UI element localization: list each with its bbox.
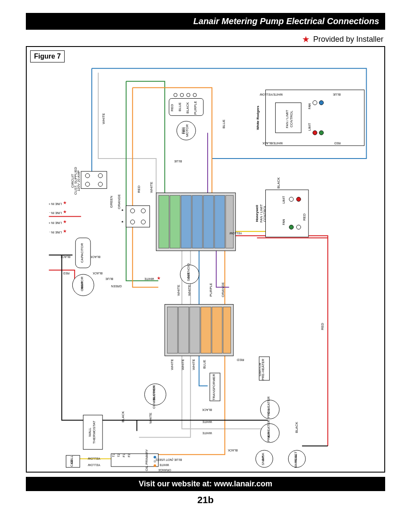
svg-text:OIL PRIMARY: OIL PRIMARY [145, 449, 149, 471]
svg-text:THERMOSTAT: THERMOSTAT [92, 420, 96, 444]
page-number: 21b [26, 495, 385, 506]
svg-point-4 [193, 93, 196, 97]
svg-text:YELLOW: YELLOW [88, 457, 100, 460]
header-bar: Lanair Metering Pump Electrical Connecti… [26, 13, 385, 30]
svg-rect-90 [212, 307, 222, 354]
svg-rect-91 [223, 307, 231, 354]
svg-text:WHITE: WHITE [144, 277, 154, 280]
svg-text:BLACK: BLACK [93, 272, 103, 275]
figure-label: Figure 7 [30, 50, 65, 62]
svg-text:★: ★ [63, 200, 67, 205]
svg-text:WHITE: WHITE [159, 464, 169, 467]
svg-text:FAN / LIMIT: FAN / LIMIT [285, 110, 289, 128]
svg-text:WHITE: WHITE [202, 432, 212, 435]
svg-text:WHITE: WHITE [177, 285, 181, 296]
svg-text:BLACK: BLACK [277, 177, 280, 189]
fan-motor: FAN FAN MOTOR RED BLUE BLACK PURPLE WHIT… [102, 93, 226, 140]
air-solenoid: AIR SOLENOID [180, 263, 199, 284]
svg-rect-53 [265, 190, 308, 237]
svg-text:★: ★ [121, 220, 124, 223]
svg-text:Honeywell: Honeywell [255, 205, 259, 222]
svg-text:★: ★ [121, 208, 124, 212]
svg-rect-44 [215, 196, 225, 249]
svg-text:SWITCH: SWITCH [258, 363, 262, 376]
svg-text:BLUE: BLUE [202, 360, 206, 369]
svg-text:MOTOR: MOTOR [185, 124, 189, 137]
svg-text:TRANSFORMER: TRANSFORMER [212, 374, 216, 401]
svg-text:BLACK: BLACK [121, 411, 125, 423]
svg-rect-45 [226, 196, 234, 249]
svg-text:ORANGE: ORANGE [158, 469, 171, 472]
svg-text:BLACK: BLACK [60, 255, 70, 258]
svg-point-61 [289, 225, 293, 229]
svg-point-22 [319, 100, 324, 105]
svg-text:BLUE: BLUE [222, 119, 226, 128]
svg-text:RED: RED [302, 213, 306, 221]
svg-rect-41 [181, 196, 191, 249]
svg-point-3 [187, 93, 190, 97]
svg-text:LINE IN -: LINE IN - [49, 212, 62, 215]
gear-motor: GEAR MOTOR RED BLACK BLUE WHITE ★ GREEN [63, 272, 161, 296]
svg-text:PURPLE: PURPLE [193, 101, 197, 115]
svg-text:FAN: FAN [282, 219, 285, 225]
svg-text:BLACK: BLACK [202, 408, 212, 411]
svg-text:F1: F1 [122, 454, 125, 457]
combustion-blower: COMBUSTION BLOWER [145, 384, 166, 409]
svg-rect-87 [178, 307, 189, 354]
svg-text:CONTROL: CONTROL [263, 205, 267, 221]
header-title: Lanair Metering Pump Electrical Connecti… [193, 16, 379, 26]
svg-text:F2: F2 [128, 454, 131, 457]
svg-text:LINE IN -: LINE IN - [49, 231, 62, 234]
svg-text:WHITE: WHITE [187, 285, 191, 296]
svg-text:BLUE: BLUE [333, 93, 341, 96]
capacitor: CAPACITOR BLACK BLACK [60, 238, 100, 268]
svg-text:WHITE: WHITE [181, 359, 185, 370]
svg-text:★: ★ [157, 276, 161, 280]
svg-point-58 [289, 197, 293, 202]
upper-terminal-block [156, 193, 235, 251]
svg-text:ORANGE: ORANGE [221, 282, 225, 297]
svg-rect-39 [159, 196, 169, 249]
svg-point-142 [153, 464, 156, 467]
svg-text:DISK: DISK [261, 452, 265, 460]
svg-text:RED: RED [170, 104, 174, 111]
svg-text:WHITE: WHITE [192, 359, 196, 370]
svg-text:White Rodgers: White Rodgers [256, 106, 260, 130]
manual-reset: MANUAL RESET [288, 450, 305, 468]
svg-text:WHITE: WHITE [102, 113, 106, 124]
svg-text:ORANGE: ORANGE [117, 194, 121, 209]
oil-pre-heater: OIL PRE-HEATER [260, 396, 279, 419]
svg-text:★: ★ [63, 229, 67, 233]
svg-point-1 [174, 93, 177, 97]
svg-text:LINE IN +: LINE IN + [49, 202, 62, 205]
svg-text:WHITE/YELLOW: WHITE/YELLOW [259, 93, 283, 96]
svg-text:RED: RED [63, 272, 70, 275]
svg-text:WHITE: WHITE [202, 420, 212, 423]
diagram-frame: Figure 7 FAN FAN [26, 46, 385, 473]
svg-text:LIMIT: LIMIT [308, 123, 311, 131]
svg-text:CELL: CELL [70, 455, 74, 464]
transformer: TRANSFORMER [210, 373, 220, 401]
lower-terminal-block [165, 305, 233, 356]
svg-text:PURPLE: PURPLE [209, 283, 213, 297]
svg-text:FAN: FAN [308, 103, 311, 109]
legend-text: Provided by Installer [313, 35, 383, 44]
svg-text:WHITE: WHITE [149, 413, 153, 424]
cad-cell: CAD CELL [66, 455, 80, 467]
svg-text:RED: RED [334, 142, 341, 145]
svg-text:★: ★ [63, 209, 67, 214]
svg-text:BLUE (NOT USED): BLUE (NOT USED) [156, 458, 182, 461]
svg-point-62 [296, 225, 301, 229]
svg-text:CAPACITOR: CAPACITOR [80, 243, 84, 263]
svg-point-59 [296, 197, 301, 202]
svg-text:WHITE/BLACK: WHITE/BLACK [262, 142, 283, 145]
svg-text:SOLENOID: SOLENOID [187, 263, 190, 281]
svg-text:BLUE: BLUE [105, 277, 113, 280]
svg-text:BLACK: BLACK [186, 102, 190, 114]
svg-text:MOTOR: MOTOR [80, 277, 84, 289]
line-in-labels: LINE IN + ★ LINE IN - ★ LINE IN + ★ LINE… [49, 200, 67, 234]
svg-rect-89 [201, 307, 211, 354]
wiring-diagram-svg: FAN FAN MOTOR RED BLUE BLACK PURPLE WHIT… [27, 47, 384, 472]
svg-text:T1: T1 [112, 454, 115, 457]
svg-text:PRE-HEATER: PRE-HEATER [267, 420, 271, 442]
